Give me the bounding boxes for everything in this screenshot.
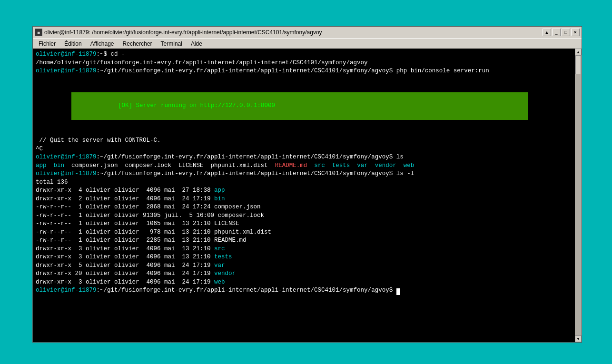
scroll-up-button[interactable]: ▲ (543, 29, 551, 36)
ls-row-composerjson: -rw-r--r-- 1 olivier olivier 2868 mai 24… (36, 203, 572, 212)
ls-row-tests: drwxr-xr-x 3 olivier olivier 4096 mai 13… (36, 253, 572, 262)
ls-row-phpunit: -rw-r--r-- 1 olivier olivier 978 mai 13 … (36, 228, 572, 237)
title-bar-buttons: ▲ _ □ ✕ (543, 29, 580, 36)
ls-row-license: -rw-r--r-- 1 olivier olivier 1065 mai 13… (36, 220, 572, 228)
close-button[interactable]: ✕ (571, 29, 580, 36)
menu-terminal[interactable]: Terminal (157, 39, 186, 48)
ls-row-app: drwxr-xr-x 4 olivier olivier 4096 mai 27… (36, 187, 572, 195)
terminal-icon: ■ (35, 29, 42, 36)
window-title: olivier@inf-11879: /home/olivier/git/fus… (44, 29, 322, 36)
terminal-line-4 (36, 76, 572, 84)
terminal-final-prompt: olivier@inf-11879:~/git/fusionforge.int-… (36, 286, 572, 295)
scrollbar-thumb[interactable] (575, 55, 581, 74)
scrollbar-up-button[interactable]: ▲ (575, 49, 582, 55)
scrollbar-track[interactable] (575, 55, 582, 335)
ls-row-bin: drwxr-xr-x 2 olivier olivier 4096 mai 24… (36, 195, 572, 204)
terminal-line-ls: app bin composer.json composer.lock LICE… (36, 162, 572, 170)
terminal-line-9: olivier@inf-11879:~/git/fusionforge.int-… (36, 170, 572, 178)
scrollbar-down-button[interactable]: ▼ (575, 335, 582, 342)
cursor (396, 288, 400, 295)
terminal-line-8: olivier@inf-11879:~/git/fusionforge.int-… (36, 153, 572, 162)
ls-row-vendor: drwxr-xr-x 20 olivier olivier 4096 mai 2… (36, 270, 572, 278)
terminal-line-2: /home/olivier/git/fusionforge.int-evry.f… (36, 59, 572, 68)
terminal-line-5 (36, 128, 572, 137)
terminal-ok-box: [OK] Server running on http://127.0.0.1:… (36, 84, 572, 128)
terminal-body[interactable]: olivier@inf-11879:~$ cd - /home/olivier/… (33, 49, 582, 342)
menu-affichage[interactable]: Affichage (87, 39, 118, 48)
scrollbar[interactable]: ▲ ▼ (575, 49, 582, 342)
desktop: ■ olivier@inf-11879: /home/olivier/git/f… (0, 0, 612, 364)
ls-row-readme: -rw-r--r-- 1 olivier olivier 2285 mai 13… (36, 236, 572, 245)
terminal-line-3: olivier@inf-11879:~/git/fusionforge.int-… (36, 67, 572, 76)
terminal-line-7: ^C (36, 145, 572, 154)
ls-row-src: drwxr-xr-x 3 olivier olivier 4096 mai 13… (36, 245, 572, 254)
ls-row-var: drwxr-xr-x 5 olivier olivier 4096 mai 24… (36, 262, 572, 270)
ls-row-composerlock: -rw-r--r-- 1 olivier olivier 91305 juil.… (36, 212, 572, 220)
maximize-button[interactable]: □ (562, 29, 570, 36)
terminal-line-1: olivier@inf-11879:~$ cd - (36, 50, 572, 59)
terminal-line-total: total 136 (36, 178, 572, 187)
minimize-button[interactable]: _ (552, 29, 561, 36)
terminal-window: ■ olivier@inf-11879: /home/olivier/git/f… (32, 26, 582, 343)
menu-bar: Fichier Édition Affichage Rechercher Ter… (33, 38, 582, 49)
title-bar-left: ■ olivier@inf-11879: /home/olivier/git/f… (35, 29, 322, 36)
menu-fichier[interactable]: Fichier (35, 39, 59, 48)
title-bar: ■ olivier@inf-11879: /home/olivier/git/f… (33, 27, 582, 38)
menu-edition[interactable]: Édition (60, 39, 86, 48)
menu-rechercher[interactable]: Rechercher (119, 39, 156, 48)
ls-row-web: drwxr-xr-x 3 olivier olivier 4096 mai 24… (36, 278, 572, 287)
terminal-line-6: // Quit the server with CONTROL-C. (36, 137, 572, 145)
terminal-content: olivier@inf-11879:~$ cd - /home/olivier/… (33, 49, 575, 342)
menu-aide[interactable]: Aide (187, 39, 206, 48)
